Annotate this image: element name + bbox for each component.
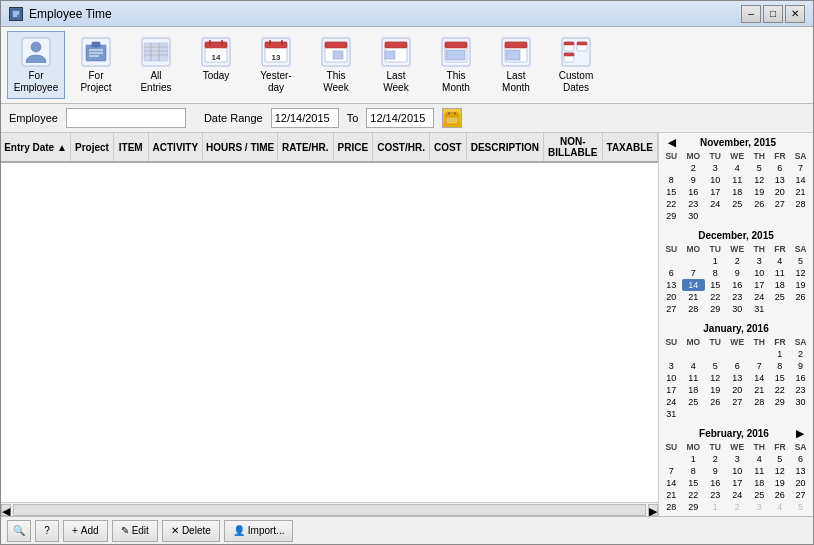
col-project[interactable]: Project [71, 133, 114, 161]
svg-text:14: 14 [212, 53, 221, 62]
maximize-button[interactable]: □ [763, 5, 783, 23]
today-cell[interactable]: 14 [682, 279, 705, 291]
cal-jan2016-header: January, 2016 [661, 321, 811, 336]
main-area: Entry Date ▲ Project ITEM ACTIVITY HOURS… [1, 133, 813, 516]
employee-input[interactable] [66, 108, 186, 128]
cal-next-button[interactable]: ▶ [793, 428, 807, 439]
bottom-bar: 🔍 ? + Add ✎ Edit ✕ Delete 👤 Import... [1, 516, 813, 544]
yesterday-icon: 13 [260, 36, 292, 68]
col-hours[interactable]: HOURS / TIME [203, 133, 278, 161]
today-label: Today [203, 70, 230, 81]
this-month-icon [440, 36, 472, 68]
custom-dates-button[interactable]: CustomDates [547, 31, 605, 99]
import-icon: 👤 [233, 525, 245, 536]
today-button[interactable]: 14 Today [187, 31, 245, 91]
for-project-label: ForProject [80, 70, 111, 94]
svg-rect-34 [325, 42, 347, 48]
all-entries-icon [140, 36, 172, 68]
col-price[interactable]: PRICE [334, 133, 374, 161]
cal-feb2016-grid: SUMOTUWETHFRSA 123456 78910111213 141516… [661, 441, 811, 516]
add-button[interactable]: + Add [63, 520, 108, 542]
last-month-label: LastMonth [502, 70, 530, 94]
last-month-icon [500, 36, 532, 68]
calendar-nov2015: ◀ November, 2015 SUMOTUWETHFRSA 234567 8… [661, 135, 811, 222]
svg-rect-56 [446, 113, 458, 117]
for-employee-icon [20, 36, 52, 68]
yesterday-label: Yester-day [260, 70, 291, 94]
cal-prev-button[interactable]: ◀ [665, 137, 679, 148]
calendar-picker-icon [445, 111, 459, 125]
cal-jan2016-grid: SUMOTUWETHFRSA 12 3456789 10111213141516… [661, 336, 811, 420]
all-entries-button[interactable]: AllEntries [127, 31, 185, 99]
help-button[interactable]: ? [35, 520, 59, 542]
h-scroll-right[interactable]: ▶ [648, 504, 658, 516]
col-costhr[interactable]: COST/HR. [373, 133, 430, 161]
cal-dec2015-grid: SUMOTUWETHFRSA 12345 6789101112 13141516… [661, 243, 811, 315]
calendar-jan2016: January, 2016 SUMOTUWETHFRSA 12 3456789 … [661, 321, 811, 420]
edit-button[interactable]: ✎ Edit [112, 520, 158, 542]
table-area: Entry Date ▲ Project ITEM ACTIVITY HOURS… [1, 133, 658, 516]
col-rate[interactable]: RATE/HR. [278, 133, 333, 161]
col-entry-date[interactable]: Entry Date ▲ [1, 133, 71, 161]
calendar-feb2016: February, 2016 ▶ SUMOTUWETHFRSA 123456 7… [661, 426, 811, 516]
for-project-button[interactable]: ForProject [67, 31, 125, 99]
svg-rect-43 [446, 50, 465, 60]
h-scrollbar-track[interactable] [13, 504, 646, 516]
cal-jan2016-title: January, 2016 [703, 323, 768, 334]
this-week-label: ThisWeek [323, 70, 348, 94]
window-controls: – □ ✕ [741, 5, 805, 23]
h-scroll-left[interactable]: ◀ [1, 504, 11, 516]
last-week-button[interactable]: LastWeek [367, 31, 425, 99]
col-taxable[interactable]: TAXABLE [603, 133, 658, 161]
for-employee-button[interactable]: ForEmployee [7, 31, 65, 99]
col-description[interactable]: DESCRIPTION [467, 133, 544, 161]
this-week-icon [320, 36, 352, 68]
svg-rect-21 [205, 42, 227, 48]
to-label: To [347, 112, 359, 124]
edit-icon: ✎ [121, 525, 129, 536]
col-activity[interactable]: ACTIVITY [149, 133, 204, 161]
cal-nov2015-title: November, 2015 [700, 137, 776, 148]
yesterday-button[interactable]: 13 Yester-day [247, 31, 305, 99]
minimize-button[interactable]: – [741, 5, 761, 23]
svg-rect-8 [92, 42, 100, 47]
cal-nov2015-grid: SUMOTUWETHFRSA 234567 891011121314 15161… [661, 150, 811, 222]
col-cost[interactable]: COST [430, 133, 467, 161]
h-scrollbar-area: ◀ ▶ [1, 502, 658, 516]
svg-rect-52 [577, 42, 587, 45]
calendar-picker-button[interactable] [442, 108, 462, 128]
calendar-dec2015: December, 2015 SUMOTUWETHFRSA 12345 6789… [661, 228, 811, 315]
col-nonbillable[interactable]: NON-BILLABLE [544, 133, 602, 161]
last-month-button[interactable]: LastMonth [487, 31, 545, 99]
svg-rect-54 [564, 53, 574, 56]
table-header: Entry Date ▲ Project ITEM ACTIVITY HOURS… [1, 133, 658, 163]
svg-rect-38 [385, 42, 407, 48]
delete-button[interactable]: ✕ Delete [162, 520, 220, 542]
window-title: Employee Time [29, 7, 112, 21]
delete-label: Delete [182, 525, 211, 536]
custom-dates-icon [560, 36, 592, 68]
date-from-input[interactable] [271, 108, 339, 128]
sidebar-calendar: ◀ November, 2015 SUMOTUWETHFRSA 234567 8… [658, 133, 813, 516]
edit-label: Edit [132, 525, 149, 536]
today-icon: 14 [200, 36, 232, 68]
col-item[interactable]: ITEM [114, 133, 149, 161]
cal-nov2015-header: ◀ November, 2015 [661, 135, 811, 150]
svg-rect-13 [144, 43, 168, 61]
svg-rect-46 [505, 42, 527, 48]
search-button[interactable]: 🔍 [7, 520, 31, 542]
last-week-icon [380, 36, 412, 68]
cal-feb2016-title: February, 2016 [699, 428, 769, 439]
main-window: Employee Time – □ ✕ ForEmployee [0, 0, 814, 545]
import-label: Import... [248, 525, 285, 536]
table-body [1, 163, 658, 502]
svg-rect-47 [506, 50, 520, 60]
close-button[interactable]: ✕ [785, 5, 805, 23]
cal-dec2015-header: December, 2015 [661, 228, 811, 243]
this-week-button[interactable]: ThisWeek [307, 31, 365, 99]
this-month-button[interactable]: ThisMonth [427, 31, 485, 99]
date-range-label: Date Range [204, 112, 263, 124]
import-button[interactable]: 👤 Import... [224, 520, 294, 542]
date-to-input[interactable] [366, 108, 434, 128]
delete-icon: ✕ [171, 525, 179, 536]
